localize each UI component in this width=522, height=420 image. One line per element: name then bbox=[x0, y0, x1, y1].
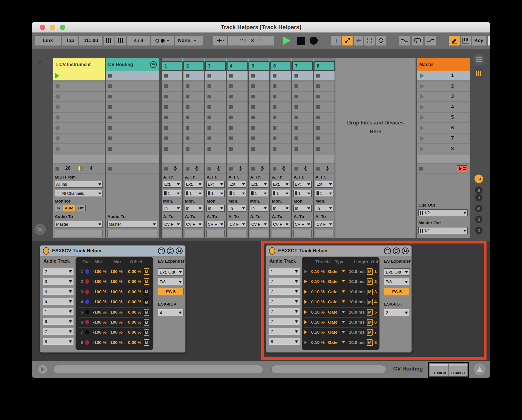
clip-stop-button[interactable] bbox=[108, 167, 112, 171]
min-value[interactable]: -100 % bbox=[90, 299, 106, 304]
clip-slot[interactable] bbox=[249, 102, 269, 112]
m4l-window-icon[interactable] bbox=[384, 247, 391, 254]
mute-button[interactable]: M bbox=[367, 339, 373, 346]
clip-slot[interactable] bbox=[205, 102, 226, 112]
arm-mic-icon[interactable] bbox=[195, 166, 199, 173]
clip-stop-button[interactable] bbox=[229, 147, 233, 151]
play-button[interactable] bbox=[283, 36, 290, 45]
arm-mic-icon[interactable] bbox=[238, 166, 242, 173]
clip-stop-button[interactable] bbox=[108, 136, 112, 140]
empty-clip-slot[interactable] bbox=[53, 123, 105, 133]
clip-slot[interactable] bbox=[162, 102, 182, 112]
draw-mode-button[interactable] bbox=[449, 36, 460, 45]
arrangement-position-display[interactable]: 20. 3. 1 bbox=[228, 36, 274, 45]
arm-mic-icon[interactable] bbox=[217, 166, 221, 173]
track-header[interactable]: 7 bbox=[292, 61, 313, 71]
clip-slot[interactable] bbox=[292, 113, 313, 122]
arm-mic-icon[interactable] bbox=[304, 166, 308, 173]
clip-slot[interactable] bbox=[270, 134, 291, 143]
clip-stop-button[interactable] bbox=[251, 116, 255, 119]
device-on-led[interactable] bbox=[43, 247, 49, 255]
clip-stop-button[interactable] bbox=[164, 147, 168, 151]
type-value[interactable]: Gate bbox=[328, 279, 339, 284]
audio-track-selector[interactable]: 7 bbox=[269, 298, 300, 305]
clip-stop-button[interactable] bbox=[108, 126, 112, 130]
offset-value[interactable]: 0.00 % bbox=[124, 269, 141, 274]
clip-stop-button[interactable] bbox=[164, 126, 168, 130]
clip-stop-button[interactable] bbox=[56, 167, 59, 171]
show-returns-button[interactable]: R bbox=[475, 194, 483, 201]
clip-slot[interactable] bbox=[162, 134, 182, 143]
chevron-down-icon[interactable] bbox=[342, 300, 345, 303]
min-value[interactable]: -100 % bbox=[90, 289, 106, 294]
clip-stop-button[interactable] bbox=[294, 116, 298, 119]
show-detail-view-button[interactable] bbox=[474, 363, 486, 375]
arm-mic-icon[interactable] bbox=[173, 166, 177, 173]
clip-stop-button[interactable] bbox=[186, 116, 189, 119]
clip-stop-button[interactable] bbox=[316, 126, 320, 130]
scene-slot[interactable]: 1 bbox=[417, 71, 470, 80]
threshold-value[interactable]: 0.10 % bbox=[308, 289, 325, 294]
clip-slot[interactable] bbox=[249, 71, 269, 80]
link-button[interactable]: Link bbox=[35, 36, 61, 45]
clip-slot[interactable] bbox=[227, 123, 248, 133]
crossfader-icon[interactable]: ≈ bbox=[34, 224, 46, 235]
tempo-field[interactable]: 111.00 bbox=[79, 36, 102, 45]
clip-slot[interactable] bbox=[314, 92, 335, 101]
clip-slot[interactable] bbox=[314, 113, 335, 122]
monitor-selector[interactable]: In bbox=[206, 205, 225, 212]
clip-stop-button[interactable] bbox=[207, 74, 211, 78]
unfold-arrow-icon[interactable] bbox=[37, 60, 43, 64]
clip-stop-button[interactable] bbox=[229, 126, 233, 130]
m4l-reload-icon[interactable] bbox=[393, 247, 400, 254]
clip-stop-button[interactable] bbox=[186, 147, 189, 151]
audio-from-selector[interactable]: Ext. bbox=[206, 181, 225, 188]
max-value[interactable]: 100 % bbox=[108, 269, 122, 274]
clip-stop-button[interactable] bbox=[186, 105, 189, 109]
key-map-button[interactable]: Key bbox=[472, 36, 486, 45]
clip-stop-button[interactable] bbox=[273, 84, 276, 88]
clip-stop-button[interactable] bbox=[316, 105, 320, 109]
min-value[interactable]: -100 % bbox=[90, 340, 106, 345]
offset-value[interactable]: 0.00 % bbox=[124, 299, 141, 304]
mute-button[interactable]: M bbox=[144, 278, 149, 285]
device-title-bar[interactable]: ESX8GT Track Helper bbox=[266, 245, 412, 256]
clip-slot[interactable] bbox=[106, 102, 159, 112]
clip-slot[interactable] bbox=[249, 92, 269, 101]
clip-slot[interactable] bbox=[270, 123, 291, 133]
clip-slot[interactable] bbox=[292, 144, 313, 154]
track-header-cv-instrument[interactable]: 1 CV Instrument bbox=[53, 58, 105, 71]
clip-stop-button[interactable] bbox=[186, 95, 189, 98]
clip-stop-button[interactable] bbox=[251, 105, 255, 109]
clip-slot[interactable] bbox=[205, 71, 226, 80]
clip-slot[interactable] bbox=[183, 82, 204, 91]
quantization-selector[interactable]: None bbox=[175, 36, 203, 45]
loop-button[interactable] bbox=[412, 36, 423, 45]
scene-slot[interactable]: 6 bbox=[417, 123, 470, 133]
mute-button[interactable]: M bbox=[144, 299, 149, 305]
audio-track-selector[interactable]: 3 bbox=[43, 278, 74, 285]
session-record-button[interactable] bbox=[376, 36, 386, 45]
audio-from-selector[interactable]: Ext. bbox=[163, 181, 181, 188]
audio-from-selector[interactable]: Ext. bbox=[228, 181, 246, 188]
input-channel-selector[interactable]: 1 bbox=[272, 190, 290, 197]
max-value[interactable]: 100 % bbox=[108, 310, 122, 314]
clip-slot[interactable] bbox=[227, 134, 248, 143]
clip-slot[interactable] bbox=[106, 71, 159, 80]
monitor-selector[interactable]: In bbox=[228, 205, 246, 212]
clip-stop-button[interactable] bbox=[273, 95, 276, 98]
min-value[interactable]: -100 % bbox=[90, 330, 106, 334]
device-title-bar[interactable]: ESX8CV Track Helper bbox=[40, 245, 185, 256]
mute-button[interactable]: M bbox=[144, 329, 149, 336]
device-tab-esx8cv[interactable]: ESX8CV bbox=[429, 363, 448, 377]
clip-slot[interactable] bbox=[314, 82, 335, 91]
audio-track-selector[interactable]: 7 bbox=[269, 318, 300, 325]
audio-to-selector[interactable]: CV F bbox=[228, 221, 246, 228]
clip-slot[interactable] bbox=[270, 92, 291, 101]
mute-button[interactable]: M bbox=[144, 289, 149, 295]
es5-button[interactable]: ES-5 bbox=[384, 288, 410, 295]
mute-button[interactable]: M bbox=[367, 299, 373, 305]
clip-slot[interactable] bbox=[106, 134, 159, 143]
type-value[interactable]: Gate bbox=[328, 269, 339, 274]
clip-stop-button[interactable] bbox=[316, 116, 320, 119]
